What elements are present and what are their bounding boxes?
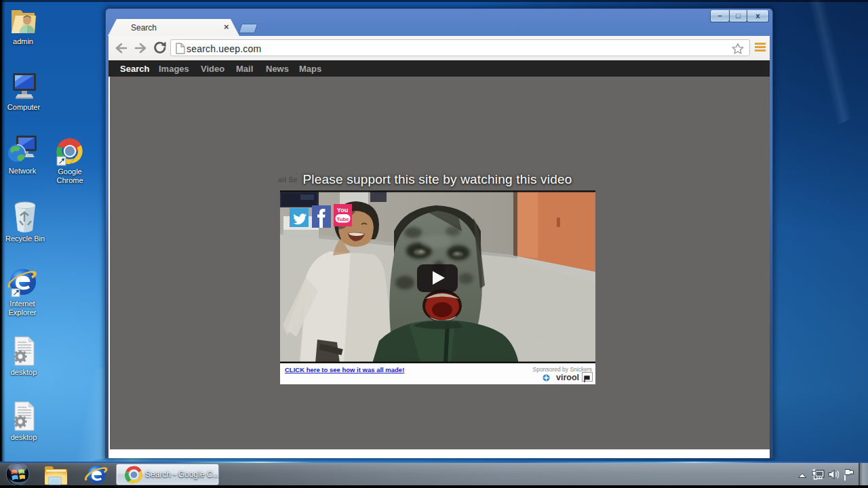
svg-text:Tube: Tube [336, 216, 349, 222]
svg-text:You: You [337, 207, 348, 214]
